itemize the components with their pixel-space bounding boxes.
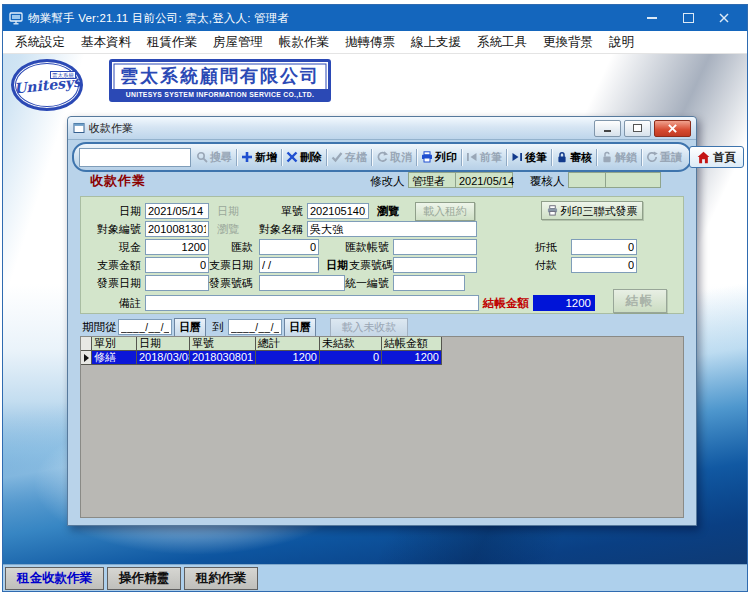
grid-header-date[interactable]: 日期 (137, 337, 190, 351)
audit-button-label: 審核 (570, 150, 592, 165)
form-header: 收款作業 修改人 管理者 2021/05/14 覆核人 (68, 170, 696, 192)
printer-small-icon (547, 205, 558, 216)
delete-button[interactable]: 刪除 (283, 150, 325, 165)
remit-label: 匯款 (191, 239, 253, 255)
browse-doc-button[interactable]: 瀏覽 (373, 203, 403, 220)
cell-settle-amount: 1200 (382, 351, 442, 365)
date-input[interactable] (145, 203, 209, 219)
toolbar-separator (326, 149, 327, 166)
grid-header-doc-type[interactable]: 單別 (92, 337, 137, 351)
pay-input[interactable] (571, 257, 637, 273)
toolbar-separator (416, 149, 417, 166)
grid-header-settle-amount[interactable]: 結帳金額 (382, 337, 442, 351)
grid-row-selected[interactable]: 修繕 2018/03/08 2018030801 1200 0 1200 (81, 351, 683, 365)
date-label: 日期 (81, 203, 141, 219)
maximize-button[interactable] (671, 8, 705, 28)
taskbar-tab-rent-collection[interactable]: 租金收款作業 (5, 567, 104, 590)
cell-date: 2018/03/08 (137, 351, 190, 365)
app-window: 物業幫手 Ver:21.11 目前公司: 雲太,登入人: 管理者 系統設定 基本… (2, 4, 748, 592)
search-button: 搜尋 (193, 150, 235, 165)
save-button: 存檔 (328, 150, 370, 165)
menu-item-online-support[interactable]: 線上支援 (403, 34, 469, 51)
next-record-icon (511, 151, 523, 163)
menu-item-account-ops[interactable]: 帳款作業 (271, 34, 337, 51)
payment-window: 收款作業 (67, 116, 697, 526)
menu-item-system-settings[interactable]: 系統設定 (7, 34, 73, 51)
toolbar-separator (461, 149, 462, 166)
iwin-close-button[interactable] (654, 120, 691, 137)
menu-item-basic-data[interactable]: 基本資料 (73, 34, 139, 51)
grid-header-unsettled[interactable]: 未結款 (320, 337, 382, 351)
cancel-button-label: 取消 (390, 150, 412, 165)
bottom-taskbar: 租金收款作業 操作精靈 租約作業 (3, 564, 747, 591)
x-delete-icon (286, 151, 298, 163)
field-panel: 日期 日期 單號 瀏覽 載入租約 列 (80, 196, 684, 314)
settle-button: 結帳 (613, 289, 667, 313)
reload-button-label: 重讀 (660, 150, 682, 165)
lock-icon (556, 151, 568, 163)
company-name-en: UNITESYS SYSTEM INFORMATION SERVICE CO.,… (112, 89, 328, 99)
check-date-input[interactable] (259, 257, 319, 273)
toolbar-separator (551, 149, 552, 166)
home-button-label: 首頁 (713, 150, 736, 165)
browse-target-button: 瀏覽 (213, 221, 243, 238)
unlock-button-label: 解鎖 (615, 150, 637, 165)
doc-no-input[interactable] (307, 203, 369, 219)
modifier-label: 修改人 (370, 174, 405, 189)
menu-item-system-tools[interactable]: 系統工具 (469, 34, 535, 51)
home-button[interactable]: 首頁 (689, 146, 744, 168)
target-id-input[interactable] (145, 221, 209, 237)
print-triplicate-invoice-button[interactable]: 列印三聯式發票 (541, 201, 643, 220)
check-amount-label: 支票金額 (81, 257, 141, 273)
minimize-button[interactable] (635, 8, 669, 28)
iwin-minimize-button[interactable] (594, 120, 621, 137)
print-button[interactable]: 列印 (418, 150, 460, 165)
print-button-label: 列印 (435, 150, 457, 165)
row-selector-cell (81, 351, 92, 365)
discount-input[interactable] (571, 239, 637, 255)
row-selector-icon (84, 354, 89, 362)
settle-amount-label: 結帳金額 (483, 295, 531, 311)
remit-account-input[interactable] (393, 239, 477, 255)
toolbar: 搜尋 新增 (72, 142, 692, 172)
iwin-maximize-icon (633, 124, 642, 132)
memo-input[interactable] (145, 295, 479, 311)
audit-button[interactable]: 審核 (553, 150, 595, 165)
grid-header-doc-no[interactable]: 單號 (190, 337, 256, 351)
period-to-input[interactable] (228, 319, 282, 335)
form-icon (73, 122, 85, 134)
add-button[interactable]: 新增 (238, 150, 280, 165)
menu-item-lease-ops[interactable]: 租賃作業 (139, 34, 205, 51)
tax-id-input[interactable] (393, 275, 465, 291)
iwin-maximize-button[interactable] (624, 120, 651, 137)
payment-window-titlebar[interactable]: 收款作業 (68, 117, 696, 140)
cell-unsettled: 0 (320, 351, 382, 365)
check-no-input[interactable] (393, 257, 477, 273)
app-icon (9, 12, 23, 25)
reload-button: 重讀 (643, 150, 685, 165)
menu-item-voucher-transfer[interactable]: 拋轉傳票 (337, 34, 403, 51)
cell-doc-type: 修繕 (92, 351, 137, 365)
menu-item-house-mgmt[interactable]: 房屋管理 (205, 34, 271, 51)
calendar-from-button[interactable]: 日曆 (174, 318, 206, 338)
calendar-to-button[interactable]: 日曆 (284, 318, 316, 338)
printer-icon (421, 151, 433, 163)
add-button-label: 新增 (255, 150, 277, 165)
check-date-picker-button[interactable]: 日期 (323, 257, 351, 274)
next-record-button[interactable]: 後筆 (508, 150, 550, 165)
search-button-label: 搜尋 (210, 150, 232, 165)
menu-item-change-background[interactable]: 更換背景 (535, 34, 601, 51)
menu-item-help[interactable]: 說明 (601, 34, 642, 51)
grid-header-total[interactable]: 總計 (256, 337, 320, 351)
period-from-input[interactable] (118, 319, 172, 335)
search-input[interactable] (79, 148, 191, 167)
taskbar-tab-wizard[interactable]: 操作精靈 (107, 567, 181, 590)
remit-input[interactable] (259, 239, 319, 255)
close-button[interactable] (707, 8, 741, 28)
taskbar-tab-contract[interactable]: 租約作業 (184, 567, 258, 590)
target-name-input[interactable] (307, 221, 477, 237)
cell-doc-no: 2018030801 (190, 351, 256, 365)
toolbar-separator (281, 149, 282, 166)
search-icon (196, 151, 208, 163)
discount-label: 折抵 (501, 239, 557, 255)
